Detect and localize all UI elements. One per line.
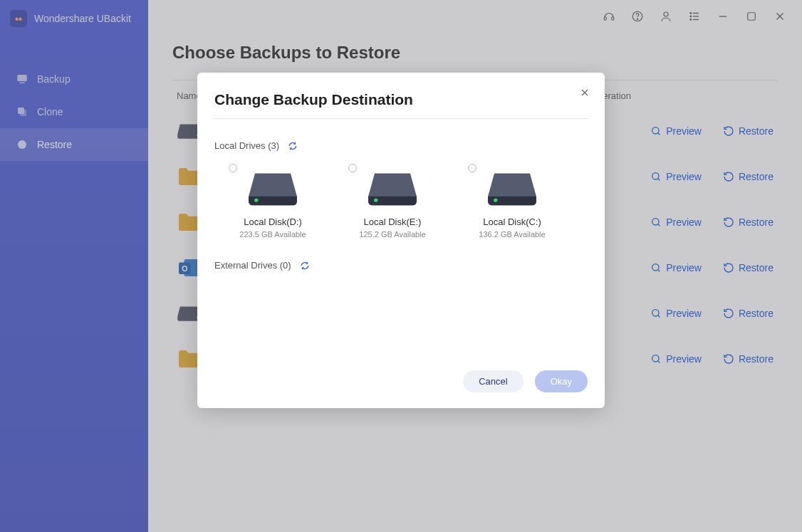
drive-name: Local Disk(D:)	[244, 217, 302, 227]
radio-icon[interactable]	[348, 164, 357, 172]
svg-point-40	[374, 198, 377, 202]
radio-icon[interactable]	[468, 164, 476, 172]
external-drives-header: External Drives (0)	[214, 260, 588, 271]
cancel-button[interactable]: Cancel	[463, 370, 523, 392]
close-icon[interactable]	[578, 85, 592, 100]
drive-icon	[367, 171, 418, 207]
drive-name: Local Disk(E:)	[364, 217, 422, 227]
drive-available: 136.2 GB Available	[479, 230, 545, 239]
refresh-icon[interactable]	[288, 141, 298, 151]
change-destination-modal: Change Backup Destination Local Drives (…	[197, 73, 605, 408]
drive-option-d[interactable]: Local Disk(D:) 223.5 GB Available	[223, 164, 323, 239]
local-drives-header: Local Drives (3)	[214, 140, 588, 151]
drive-available: 223.5 GB Available	[239, 230, 306, 239]
refresh-icon[interactable]	[300, 261, 310, 271]
svg-point-39	[254, 198, 258, 202]
local-drives-label: Local Drives (3)	[214, 140, 279, 151]
radio-icon[interactable]	[229, 164, 237, 172]
modal-title: Change Backup Destination	[214, 91, 588, 108]
modal-overlay: Change Backup Destination Local Drives (…	[0, 0, 802, 532]
drive-grid: Local Disk(D:) 223.5 GB Available Local …	[214, 164, 588, 260]
drive-available: 125.2 GB Available	[359, 230, 425, 239]
svg-point-41	[494, 198, 497, 202]
drive-option-e[interactable]: Local Disk(E:) 125.2 GB Available	[343, 164, 442, 239]
okay-button[interactable]: Okay	[535, 370, 588, 392]
external-drives-label: External Drives (0)	[214, 260, 291, 271]
modal-footer: Cancel Okay	[214, 370, 588, 392]
divider	[214, 118, 588, 119]
drive-name: Local Disk(C:)	[483, 217, 541, 227]
drive-icon	[247, 171, 298, 207]
drive-option-c[interactable]: Local Disk(C:) 136.2 GB Available	[462, 164, 562, 239]
drive-icon	[486, 171, 538, 207]
